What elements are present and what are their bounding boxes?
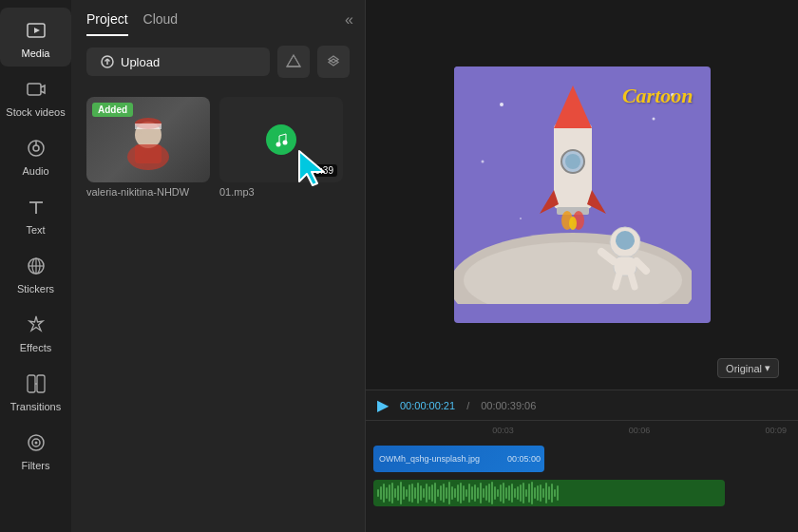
upload-bar: Upload — [71, 36, 365, 87]
svg-point-50 — [616, 231, 635, 250]
video-label: valeria-nikitina-NHDW — [86, 186, 210, 198]
sidebar-item-media[interactable]: Media — [0, 8, 71, 66]
google-drive-button[interactable] — [277, 46, 310, 78]
timeline-area: ▶ 00:00:00:21 / 00:00:39:06 00:03 00:06 … — [366, 390, 798, 532]
sidebar-item-label-audio: Audio — [22, 165, 48, 177]
svg-point-58 — [481, 161, 484, 163]
tab-project[interactable]: Project — [86, 11, 128, 36]
text-icon — [23, 194, 49, 220]
dropbox-icon — [325, 53, 342, 70]
svg-point-48 — [569, 217, 577, 230]
total-time: 00:00:39:06 — [481, 400, 536, 411]
sidebar-item-text[interactable]: Text — [0, 184, 71, 243]
svg-rect-32 — [135, 124, 162, 129]
tab-cloud[interactable]: Cloud — [143, 11, 179, 36]
ruler-mark-2: 00:06 — [629, 426, 651, 435]
play-button[interactable]: ▶ — [377, 396, 389, 414]
time-separator: / — [466, 400, 469, 411]
sidebar-item-label-stickers: Stickers — [17, 283, 54, 294]
effects-icon — [23, 312, 49, 338]
preview-controls: Original ▾ — [717, 358, 779, 378]
audio-track-row — [373, 478, 790, 508]
audio-icon — [23, 135, 49, 162]
svg-line-54 — [616, 274, 619, 287]
audio-music-icon — [266, 124, 296, 155]
timeline-tracks: OWMh_qshg-unsplash.jpg 00:05:00 — [366, 440, 798, 532]
audio-waveform — [373, 480, 562, 506]
preview-canvas: Cartoon — [454, 66, 711, 323]
cartoon-text-label: Cartoon — [622, 84, 694, 108]
media-icon — [23, 17, 49, 44]
svg-point-4 — [33, 145, 39, 151]
collapse-button[interactable]: « — [345, 11, 353, 28]
upload-button[interactable]: Upload — [86, 48, 270, 76]
sidebar-item-label-filters: Filters — [22, 460, 50, 471]
media-item-audio: 00:39 01.mp3 — [219, 97, 343, 198]
svg-point-34 — [283, 141, 288, 145]
main-area: Cartoon Original ▾ ▶ 00:00:00:21 / 00:00… — [366, 0, 798, 532]
media-thumb-audio[interactable]: 00:39 — [219, 97, 343, 182]
transitions-icon — [23, 370, 49, 397]
video-clip-label: OWMh_qshg-unsplash.jpg — [373, 454, 485, 464]
added-badge: Added — [92, 103, 133, 117]
ruler-mark-3: 00:09 — [765, 426, 787, 435]
svg-rect-13 — [37, 375, 45, 392]
sidebar-item-audio[interactable]: Audio — [0, 125, 71, 184]
svg-marker-1 — [34, 28, 40, 33]
stickers-icon — [23, 253, 49, 279]
svg-point-42 — [565, 154, 580, 169]
original-dropdown[interactable]: Original ▾ — [717, 358, 779, 378]
svg-line-55 — [631, 274, 635, 287]
filters-icon — [23, 429, 49, 456]
media-item-video: Added valeria-nikitina-NHDW — [86, 97, 210, 198]
audio-duration: 00:39 — [306, 164, 337, 177]
sidebar-item-effects[interactable]: Effects — [0, 302, 71, 361]
upload-icon — [100, 54, 115, 69]
media-thumb-video[interactable]: Added — [86, 97, 210, 182]
music-note-icon — [274, 132, 289, 147]
preview-area: Cartoon Original ▾ — [366, 0, 798, 390]
media-panel: Project Cloud « Upload — [71, 0, 366, 532]
svg-point-56 — [500, 103, 504, 106]
audio-clip[interactable] — [373, 480, 725, 506]
svg-rect-12 — [28, 375, 35, 392]
sidebar-item-stock-videos[interactable]: Stock videos — [0, 66, 71, 125]
svg-point-17 — [34, 442, 37, 445]
timeline-ruler: 00:03 00:06 00:09 — [366, 421, 798, 440]
sidebar-item-label-media: Media — [22, 48, 50, 59]
svg-point-57 — [652, 118, 655, 121]
video-track-row: OWMh_qshg-unsplash.jpg 00:05:00 — [373, 444, 790, 474]
ruler-mark-1: 00:03 — [492, 426, 514, 435]
media-grid: Added valeria-nikitina-NHDW 00:39 — [71, 87, 365, 207]
sidebar-item-label-effects: Effects — [20, 342, 51, 353]
sidebar-item-transitions[interactable]: Transitions — [0, 361, 71, 420]
svg-line-23 — [287, 55, 294, 66]
dropbox-button[interactable] — [317, 46, 350, 78]
sidebar-item-label-transitions: Transitions — [10, 401, 61, 412]
stock-videos-icon — [23, 76, 49, 103]
video-clip-duration: 00:05:00 — [507, 454, 541, 464]
google-drive-icon — [285, 53, 302, 70]
sidebar-item-filters[interactable]: Filters — [0, 420, 71, 479]
current-time: 00:00:00:21 — [400, 400, 455, 411]
svg-rect-2 — [28, 84, 41, 95]
panel-tabs: Project Cloud « — [71, 0, 365, 36]
svg-point-33 — [276, 142, 281, 147]
svg-rect-45 — [557, 207, 589, 215]
sidebar-item-label-stock: Stock videos — [6, 106, 65, 118]
audio-label: 01.mp3 — [219, 186, 343, 198]
svg-rect-30 — [135, 144, 162, 163]
timeline-controls: ▶ 00:00:00:21 / 00:00:39:06 — [366, 390, 798, 421]
sidebar: Media Stock videos Audio Text — [0, 0, 71, 532]
sidebar-item-label-text: Text — [26, 224, 45, 236]
sidebar-item-stickers[interactable]: Stickers — [0, 243, 71, 302]
svg-line-24 — [294, 55, 300, 66]
video-clip[interactable]: OWMh_qshg-unsplash.jpg 00:05:00 — [373, 446, 544, 472]
svg-point-60 — [520, 218, 522, 219]
svg-marker-22 — [287, 55, 300, 66]
